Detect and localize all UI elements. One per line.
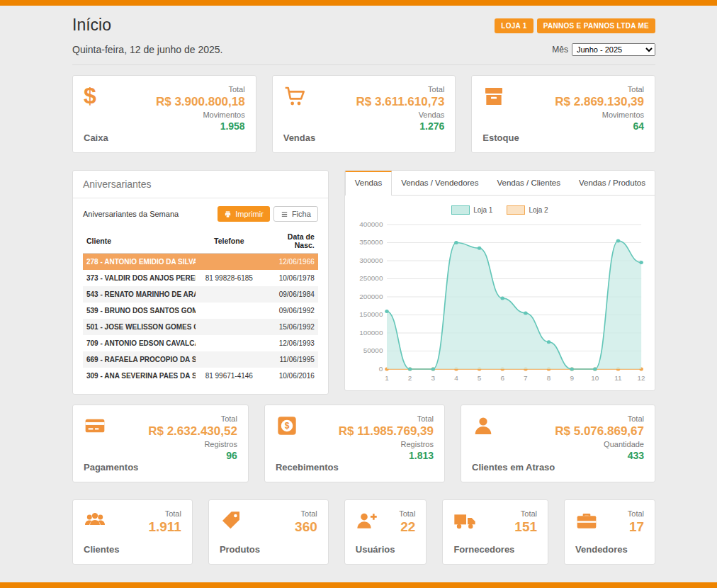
telefone-cell <box>196 254 263 271</box>
company-button[interactable]: PANNOS E PANNOS LTDA ME <box>537 18 655 33</box>
card-title: Fornecedores <box>453 544 514 555</box>
birthday-row[interactable]: 501 - JOSE WELISSON GOMES OLIVEIR...15/0… <box>83 319 318 335</box>
sub-label: Movimentos <box>156 111 245 119</box>
card-title: Pagamentos <box>84 462 138 473</box>
card-title: Vendas <box>283 132 316 143</box>
col-cliente: Cliente <box>83 229 196 254</box>
user-plus-icon <box>356 509 378 532</box>
total-value: R$ 3.900.800,18 <box>156 95 245 109</box>
tab-vendas-clientes[interactable]: Vendas / Clientes <box>488 171 570 195</box>
birthday-row[interactable]: 278 - ANTONIO EMIDIO DA SILVA (PALE...12… <box>83 254 318 271</box>
briefcase-icon <box>575 509 598 532</box>
card-produtos: Produtos Total 360 <box>208 499 329 565</box>
sub-value: 433 <box>555 450 644 461</box>
legend-swatch-loja1 <box>451 205 470 215</box>
birthdays-table: Cliente Telefone Data de Nasc. 278 - ANT… <box>83 229 318 384</box>
svg-text:9: 9 <box>570 374 574 381</box>
total-label: Total <box>555 85 644 94</box>
total-value: R$ 3.611.610,73 <box>356 95 445 109</box>
card-recebimentos: $ Recebimentos Total R$ 11.985.769,39 Re… <box>264 405 445 482</box>
total-value: 360 <box>295 519 317 535</box>
page-title: Início <box>72 16 111 35</box>
print-button-label: Imprimir <box>235 210 264 218</box>
nasc-cell: 11/06/1995 <box>263 351 318 368</box>
svg-text:6: 6 <box>500 374 504 381</box>
card-clientes: Clientes Total 1.911 <box>72 499 193 565</box>
total-label: Total <box>148 414 237 423</box>
total-value: R$ 2.869.130,39 <box>555 95 644 109</box>
svg-text:350000: 350000 <box>359 239 383 246</box>
coin-badge-icon: $ <box>276 414 298 437</box>
tab-vendas-vendedores[interactable]: Vendas / Vendedores <box>392 171 487 195</box>
sales-chart: 0500001000001500002000002500003000003500… <box>351 217 649 386</box>
middle-row: Aniversariantes Aniversariantes da Seman… <box>72 170 655 395</box>
chart-legend: Loja 1 Loja 2 <box>351 205 649 215</box>
birthday-row[interactable]: 373 - VALDIR DOS ANJOS PEREIRA (AN...81 … <box>83 270 318 286</box>
total-value: 22 <box>399 519 415 535</box>
ficha-button[interactable]: Ficha <box>273 206 318 222</box>
tag-icon <box>220 509 242 532</box>
header-buttons: LOJA 1 PANNOS E PANNOS LTDA ME <box>495 18 655 33</box>
svg-text:250000: 250000 <box>359 275 383 282</box>
top-orange-bar <box>0 0 717 6</box>
svg-text:3: 3 <box>431 374 435 381</box>
tab-vendas[interactable]: Vendas <box>345 171 392 196</box>
card-title: Usuários <box>356 544 395 555</box>
legend-label-loja2: Loja 2 <box>529 206 548 214</box>
sub-label: Registros <box>339 440 434 448</box>
birthday-row[interactable]: 709 - ANTONIO EDSON CAVALCANTE D...12/06… <box>83 335 318 351</box>
sub-value: 1.813 <box>339 450 434 461</box>
svg-text:4: 4 <box>454 374 458 381</box>
date-row: Quinta-feira, 12 de junho de 2025. Mês J… <box>72 43 655 65</box>
nasc-cell: 09/06/1992 <box>263 303 318 319</box>
card-title: Clientes em Atraso <box>472 462 555 473</box>
total-value: R$ 11.985.769,39 <box>339 424 434 439</box>
card-estoque: Estoque Total R$ 2.869.130,39 Movimentos… <box>471 75 655 153</box>
legend-loja2: Loja 2 <box>507 205 548 215</box>
month-select[interactable]: Junho - 2025 <box>572 43 655 56</box>
cliente-cell: 709 - ANTONIO EDSON CAVALCANTE D... <box>83 335 196 351</box>
cliente-cell: 539 - BRUNO DOS SANTOS GOMES <box>83 303 196 319</box>
current-date: Quinta-feira, 12 de junho de 2025. <box>72 44 223 55</box>
nasc-cell: 10/06/2016 <box>263 368 318 384</box>
truck-icon <box>453 509 476 532</box>
telefone-cell <box>196 335 263 351</box>
telefone-cell <box>196 286 263 303</box>
tab-vendas-produtos[interactable]: Vendas / Produtos <box>570 171 655 195</box>
total-label: Total <box>148 509 181 518</box>
total-value: R$ 2.632.430,52 <box>148 424 237 439</box>
card-vendedores: Vendedores Total 17 <box>564 499 655 565</box>
sub-label: Vendas <box>356 111 445 119</box>
store-button[interactable]: LOJA 1 <box>495 18 533 33</box>
birthday-row[interactable]: 543 - RENATO MARINHO DE ARAUJO (F...09/0… <box>83 286 318 303</box>
total-label: Total <box>399 509 415 518</box>
header: Início LOJA 1 PANNOS E PANNOS LTDA ME <box>72 16 655 35</box>
stat-cards-row2: Pagamentos Total R$ 2.632.430,52 Registr… <box>72 405 655 482</box>
svg-text:5: 5 <box>478 374 482 381</box>
sub-value: 64 <box>555 120 644 132</box>
col-nasc: Data de Nasc. <box>263 229 318 254</box>
svg-text:1: 1 <box>385 374 389 381</box>
cliente-cell: 501 - JOSE WELISSON GOMES OLIVEIR... <box>83 319 196 335</box>
card-title: Caixa <box>84 132 108 143</box>
total-value: 17 <box>628 519 644 535</box>
card-caixa: $ Caixa Total R$ 3.900.800,18 Movimentos… <box>72 75 256 153</box>
card-vendas: Vendas Total R$ 3.611.610,73 Vendas 1.27… <box>272 75 456 153</box>
sub-label: Movimentos <box>555 111 644 119</box>
svg-text:8: 8 <box>547 374 551 381</box>
nasc-cell: 15/06/1992 <box>263 319 318 335</box>
birthday-row[interactable]: 539 - BRUNO DOS SANTOS GOMES09/06/1992 <box>83 303 318 319</box>
person-icon <box>472 414 495 437</box>
svg-text:12: 12 <box>637 374 645 381</box>
print-button[interactable]: Imprimir <box>218 206 270 222</box>
dollar-icon: $ <box>84 85 108 108</box>
birthday-row[interactable]: 669 - RAFAELA PROCOPIO DA SILVA CA...11/… <box>83 351 318 368</box>
sub-label: Registros <box>148 440 237 448</box>
chart-body: Loja 1 Loja 2 05000010000015000020000025… <box>345 196 655 390</box>
birthday-row[interactable]: 309 - ANA SEVERINA PAES DA SILVA81 99671… <box>83 368 318 384</box>
cliente-cell: 543 - RENATO MARINHO DE ARAUJO (F... <box>83 286 196 303</box>
svg-text:0: 0 <box>379 365 383 372</box>
card-pagamentos: Pagamentos Total R$ 2.632.430,52 Registr… <box>72 405 249 482</box>
svg-text:200000: 200000 <box>359 293 383 300</box>
sub-label: Quantidade <box>555 440 644 448</box>
